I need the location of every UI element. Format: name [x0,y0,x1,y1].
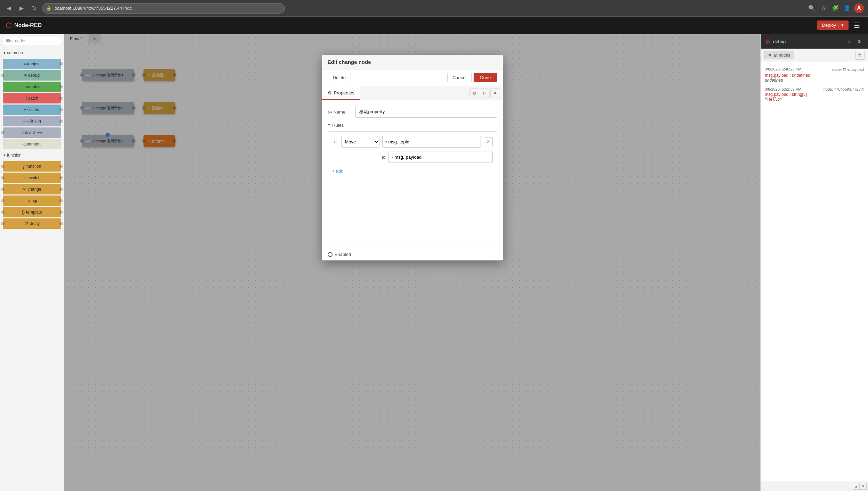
rule-from-field[interactable]: ▾ msg. topic [382,136,481,148]
filter-nodes-input[interactable] [3,37,61,45]
properties-info-icon[interactable]: ✕ [490,88,500,98]
sidebar-item-comment[interactable]: comment [3,139,61,149]
filter-nodes-button[interactable]: ▼ all nodes [764,51,794,59]
complete-output-port [59,85,63,89]
modal-title: Edit change node [328,59,371,65]
sidebar-body: ▾ common ⟹ inject ≡ debug [0,48,64,491]
tab-properties-label: Properties [334,90,354,95]
reload-button[interactable]: ↻ [29,3,39,13]
debug-tools: 🗑 [855,51,865,60]
debug-entry-1: 3/8/2020, 5:46:29 PM node: 显示payload msg… [765,65,864,85]
name-label: 🏷 Name [328,109,355,115]
debug-toolbar: ▼ all nodes 🗑 [761,49,868,62]
sidebar-item-change[interactable]: ✕ change [3,184,61,194]
name-input[interactable] [355,106,497,118]
tab-properties[interactable]: ⚙ Properties [322,86,360,100]
address-bar[interactable]: 🔒 localhost:1880/#flow/73554227.4474dc [42,3,285,14]
sidebar-item-function[interactable]: ƒ function [3,161,61,172]
cancel-button[interactable]: Cancel [447,73,472,82]
bookmark-button[interactable]: ☆ [819,3,828,13]
drag-handle-icon[interactable]: ⠿ [332,138,338,146]
enabled-toggle[interactable]: Enabled [328,252,351,257]
rule-from-fieldname: topic [400,139,409,144]
template-input-port [1,210,5,214]
tag-icon: 🏷 [328,109,332,115]
scroll-up-button[interactable]: ▲ [853,483,860,490]
add-rule-section: + add [332,167,493,175]
linkout-input-port [1,131,5,134]
debug-messages: 3/8/2020, 5:46:29 PM node: 显示payload msg… [761,62,868,481]
range-icon: i [25,198,26,203]
debug-node-1: node: 显示payload [832,67,864,72]
rules-label: ≡ Rules [328,123,497,128]
sidebar-item-delay[interactable]: ⏱ delay [3,218,61,229]
range-input-port [1,199,5,202]
debug-input-port [1,74,5,77]
remove-rule-button[interactable]: ✕ [484,137,493,146]
canvas-area[interactable]: Flow 1 + ⟹ Change使用示例1 ✕ 设定固... [64,34,760,491]
change-icon: ✕ [23,187,26,192]
account-button[interactable]: 👤 [842,3,852,13]
delete-button[interactable]: Delete [328,73,351,82]
profile-button[interactable]: A [854,3,864,13]
status-output-port [59,108,63,111]
search-browser-button[interactable]: 🔍 [807,3,817,13]
sidebar-item-catch[interactable]: ! catch [3,93,61,103]
sidebar-item-status[interactable]: 〜 status [3,105,61,115]
rule-to-prefix: msg. [395,155,404,160]
deploy-label: Deploy [822,23,836,28]
extension-button[interactable]: 🧩 [830,3,840,13]
scroll-down-button[interactable]: ▼ [860,483,867,490]
debug-entry-1-header: 3/8/2020, 5:46:29 PM node: 显示payload [765,67,864,72]
rule-to-field[interactable]: ▾ msg. payload [388,151,493,163]
deploy-button[interactable]: Deploy ▾ [817,20,849,30]
topbar-right: Deploy ▾ ☰ [817,20,862,31]
sidebar-item-range[interactable]: i range [3,195,61,206]
sidebar-item-linkin[interactable]: ⟹ link in [3,116,61,126]
forward-button[interactable]: ▶ [17,3,26,13]
app-title: Node-RED [14,22,42,28]
function-output-port [59,165,63,168]
modal-tabs: ⚙ Properties ⚙ ⎘ ✕ [322,86,503,100]
topbar: ⬡ Node-RED Deploy ▾ ☰ [0,17,868,34]
status-icon: 〜 [24,107,28,113]
debug-timestamp-2: 3/8/2020, 5:52:39 PM [765,87,801,91]
linkout-icon: ⟹ [36,130,42,135]
rule-to-row: to ▾ msg. payload [332,151,493,163]
sidebar-item-debug[interactable]: ≡ debug [3,70,61,81]
rule-action-select[interactable]: Move [341,136,379,148]
properties-settings-icon[interactable]: ⚙ [469,88,479,98]
linkin-output-port [59,119,63,123]
switch-input-port [1,176,5,180]
info-button[interactable]: ℹ [844,37,853,46]
settings-button[interactable]: ⚙ [855,37,864,46]
debug-entry-2-header: 3/8/2020, 5:52:39 PM node: 7784bb93.7723… [765,87,864,91]
modal-tab-actions: ⚙ ⎘ ✕ [467,86,503,100]
sidebar-group-function-header[interactable]: ▾ function [0,151,64,160]
properties-copy-icon[interactable]: ⎘ [480,88,490,98]
clear-debug-button[interactable]: 🗑 [855,51,865,60]
add-rule-button[interactable]: + add [332,167,344,175]
back-button[interactable]: ◀ [4,3,14,13]
browser-right-icons: 🔍 ☆ 🧩 👤 A [807,3,864,13]
field-arrow-icon: ▾ [385,140,387,144]
right-panel-header: 🐞 debug ℹ ⚙ [761,34,868,49]
lock-icon: 🔒 [46,6,51,11]
debug-timestamp-1: 3/8/2020, 5:46:29 PM [765,67,801,72]
sidebar-item-complete[interactable]: ! complete [3,82,61,92]
modal-toolbar-left: Delete [328,73,351,82]
filter-icon: ▼ [768,53,772,58]
right-panel-title: 🐞 debug [765,39,786,44]
sidebar-item-template[interactable]: {} template [3,207,61,217]
debug-icon: 🐞 [765,39,770,44]
sidebar-item-inject[interactable]: ⟹ inject [3,59,61,69]
sidebar-item-linkout[interactable]: link out ⟹ [3,127,61,138]
done-button[interactable]: Done [474,73,497,82]
modal-toolbar-right: Cancel Done [447,73,497,82]
menu-button[interactable]: ☰ [851,20,862,31]
debug-value-2: "Hello" [765,97,864,102]
sidebar-group-common-header[interactable]: ▾ common [0,48,64,57]
sidebar-item-switch[interactable]: ↔ switch [3,173,61,183]
delay-icon: ⏱ [24,221,28,226]
app: ⬡ Node-RED Deploy ▾ ☰ ▾ common [0,17,868,491]
